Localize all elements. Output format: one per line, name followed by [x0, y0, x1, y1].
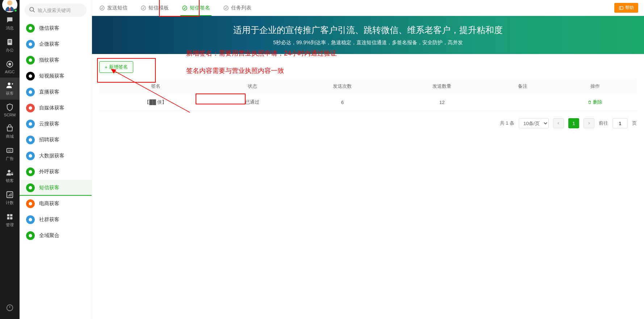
- svg-rect-11: [11, 174, 13, 175]
- tab-0[interactable]: 发送短信: [98, 0, 129, 16]
- sidebar-item-0[interactable]: 微信获客: [20, 20, 92, 36]
- sidebar-item-label: 直播获客: [39, 89, 59, 95]
- media-icon: [26, 104, 35, 112]
- pager-total: 共 1 条: [500, 120, 514, 127]
- rail-item-message[interactable]: 消息: [0, 12, 20, 34]
- sidebar-item-10[interactable]: 短信获客: [20, 180, 92, 196]
- sidebar-item-1[interactable]: 企微获客: [20, 36, 92, 52]
- main: 发送短信短信模板短信签名任务列表 帮助 适用于企业的宣传推广客户引流、跳转微信、…: [92, 0, 644, 319]
- video-icon: [26, 72, 35, 80]
- table-header: 备注: [492, 79, 553, 94]
- sidebar-item-5[interactable]: 自媒体获客: [20, 100, 92, 116]
- tab-3[interactable]: 任务列表: [222, 0, 253, 16]
- chart-icon: [6, 191, 14, 199]
- trash-icon: [587, 100, 592, 104]
- pagination: 共 1 条 10条/页 1 前往 页: [99, 118, 637, 128]
- group-icon: [26, 215, 35, 224]
- shop-icon: [6, 124, 14, 132]
- shield-icon: [6, 103, 14, 111]
- rail-item-aigc[interactable]: AIGC: [0, 57, 20, 78]
- pager-perpage-select[interactable]: 10条/页: [519, 118, 549, 128]
- cloud-icon: [26, 120, 35, 128]
- rail-item-office[interactable]: 办公: [0, 34, 20, 57]
- pager-goto-input[interactable]: [612, 118, 628, 128]
- svg-point-6: [9, 63, 11, 65]
- rail-item-count[interactable]: 计数: [0, 187, 20, 209]
- svg-rect-4: [8, 42, 11, 42]
- svg-point-31: [29, 218, 32, 221]
- svg-point-24: [29, 106, 32, 109]
- sidebar-item-label: 招聘获客: [39, 137, 59, 143]
- tab-icon: [141, 5, 146, 11]
- chevron-right-icon: [587, 121, 591, 125]
- user-plus-icon: [6, 81, 14, 89]
- table-row: 【██ 侠】已通过612删除: [99, 94, 637, 111]
- rail-item-scrm[interactable]: SCRM: [0, 100, 20, 121]
- rail-item-lock[interactable]: 锁客: [0, 165, 20, 187]
- sidebar-item-label: 外呼获客: [39, 169, 59, 175]
- fingerprint-icon: [26, 56, 35, 65]
- sidebar-item-label: 短视频获客: [39, 73, 64, 79]
- rail-item-shop[interactable]: 商城: [0, 121, 20, 143]
- sidebar-item-3[interactable]: 短视频获客: [20, 68, 92, 84]
- search-box: [20, 0, 92, 20]
- sidebar-item-2[interactable]: 指纹获客: [20, 52, 92, 68]
- annotation-text-2: 签名内容需要与营业执照内容一致: [186, 66, 284, 75]
- add-signature-button[interactable]: + 新增签名: [99, 61, 133, 73]
- help-icon: [619, 5, 624, 11]
- chevron-left-icon: [557, 121, 560, 125]
- tab-2[interactable]: 短信签名: [180, 0, 212, 16]
- table-cell: 【██ 侠】: [99, 94, 212, 111]
- phone-icon: [26, 167, 35, 176]
- sidebar-item-label: 企微获客: [39, 41, 59, 47]
- tab-icon: [99, 5, 105, 11]
- svg-point-35: [183, 6, 187, 10]
- svg-rect-3: [8, 40, 11, 41]
- table-header: 发送数量: [392, 79, 492, 94]
- banner-title: 适用于企业的宣传推广客户引流、跳转微信、维系老客户，提升粘和度: [233, 24, 503, 36]
- pager-current[interactable]: 1: [568, 118, 579, 128]
- icon-rail: 消息 办公 AIGC 获客 SCRM 商城 AD 广告 锁客: [0, 0, 20, 319]
- svg-point-29: [29, 186, 32, 189]
- power-icon[interactable]: [6, 304, 14, 312]
- grid-icon: [6, 213, 14, 221]
- rail-item-manage[interactable]: 管理: [0, 209, 20, 231]
- table-cell: 6: [293, 94, 392, 111]
- sidebar-item-label: 大数据获客: [39, 153, 64, 159]
- svg-point-28: [29, 170, 32, 173]
- svg-rect-14: [10, 214, 12, 216]
- sidebar-item-9[interactable]: 外呼获客: [20, 164, 92, 180]
- avatar[interactable]: [2, 0, 17, 12]
- chat-icon: [26, 40, 35, 49]
- sidebar-item-label: 云搜获客: [39, 121, 59, 127]
- sidebar-item-7[interactable]: 招聘获客: [20, 132, 92, 148]
- sidebar-item-12[interactable]: 社群获客: [20, 212, 92, 228]
- rail-item-ad[interactable]: AD 广告: [0, 143, 20, 165]
- svg-rect-13: [7, 214, 9, 216]
- svg-text:AD: AD: [8, 149, 12, 152]
- rail-item-acquire[interactable]: 获客: [0, 78, 20, 100]
- pager-prev-button[interactable]: [553, 118, 564, 128]
- sidebar-item-8[interactable]: 大数据获客: [20, 148, 92, 164]
- sidebar-item-6[interactable]: 云搜获客: [20, 116, 92, 132]
- banner-subtitle: 5秒必达，99.9%到达率，急速稳定，直连短信通道，多签名报备，安全防护，高并发: [273, 40, 463, 46]
- table-header: 签名: [99, 79, 212, 94]
- table-header: 操作: [553, 79, 637, 94]
- sidebar: 微信获客企微获客指纹获客短视频获客直播获客自媒体获客云搜获客招聘获客大数据获客外…: [20, 0, 92, 319]
- table-header: 发送次数: [293, 79, 392, 94]
- delete-button[interactable]: 删除: [587, 99, 602, 105]
- pager-next-button[interactable]: [584, 118, 594, 128]
- sidebar-item-11[interactable]: 电商获客: [20, 196, 92, 212]
- sidebar-item-13[interactable]: 全域聚合: [20, 228, 92, 244]
- signature-table: 签名状态发送次数发送数量备注操作 【██ 侠】已通过612删除: [99, 79, 637, 111]
- svg-point-27: [29, 154, 32, 157]
- svg-rect-37: [619, 6, 623, 9]
- sidebar-item-4[interactable]: 直播获客: [20, 84, 92, 100]
- sidebar-item-label: 全域聚合: [39, 232, 59, 239]
- svg-point-10: [8, 170, 11, 173]
- help-button[interactable]: 帮助: [614, 3, 638, 13]
- svg-point-19: [29, 26, 32, 30]
- tab-1[interactable]: 短信模板: [139, 0, 170, 16]
- table-cell: 已通过: [212, 94, 293, 111]
- svg-point-34: [141, 6, 146, 10]
